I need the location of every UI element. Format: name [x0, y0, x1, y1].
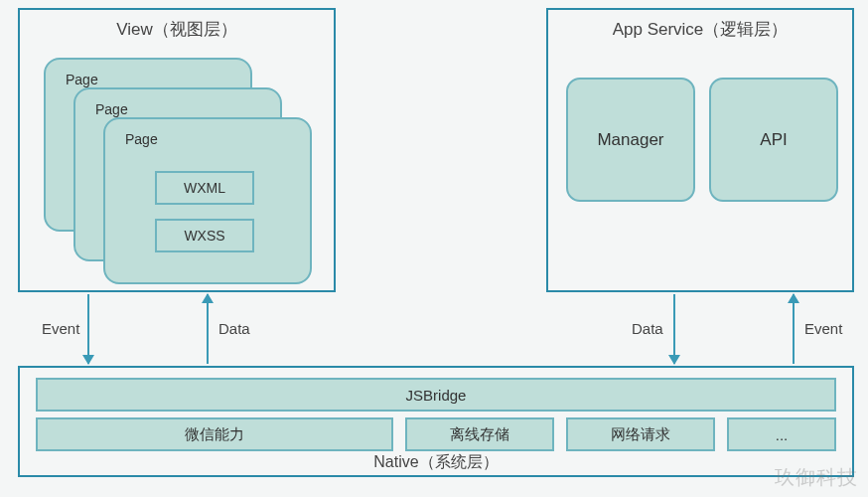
page-label: Page — [66, 72, 98, 87]
arrow-label-data: Data — [218, 320, 250, 337]
view-layer-box: View（视图层） Page Page Page WXML WXSS — [18, 8, 336, 292]
native-cell-wechat: 微信能力 — [36, 417, 393, 451]
page-label: Page — [95, 101, 128, 117]
app-service-title: App Service（逻辑层） — [548, 10, 852, 41]
watermark-text: 玖御科技 — [775, 464, 858, 491]
native-capabilities-row: 微信能力 离线存储 网络请求 ... — [36, 417, 836, 451]
native-cell-storage: 离线存储 — [405, 417, 554, 451]
arrow-view-data-up — [207, 294, 209, 364]
arrow-service-event-up — [793, 294, 795, 364]
page-card-front: Page WXML WXSS — [103, 117, 312, 284]
arrow-label-data: Data — [632, 320, 663, 337]
native-cell-network: 网络请求 — [566, 417, 715, 451]
jsbridge-box: JSBridge — [36, 378, 836, 412]
wxss-box: WXSS — [155, 219, 254, 252]
app-service-layer-box: App Service（逻辑层） Manager API — [546, 8, 854, 292]
manager-box: Manager — [566, 78, 695, 202]
view-layer-title: View（视图层） — [20, 10, 334, 41]
native-layer-title: Native（系统层） — [20, 452, 852, 473]
page-label: Page — [125, 131, 158, 147]
arrow-view-event-down — [87, 294, 89, 364]
native-cell-more: ... — [727, 417, 836, 451]
arrow-label-event: Event — [804, 320, 842, 337]
native-layer-box: JSBridge 微信能力 离线存储 网络请求 ... Native（系统层） — [18, 366, 854, 477]
arrow-service-data-down — [673, 294, 675, 364]
api-box: API — [709, 78, 838, 202]
arrow-label-event: Event — [42, 320, 79, 337]
wxml-box: WXML — [155, 171, 254, 205]
